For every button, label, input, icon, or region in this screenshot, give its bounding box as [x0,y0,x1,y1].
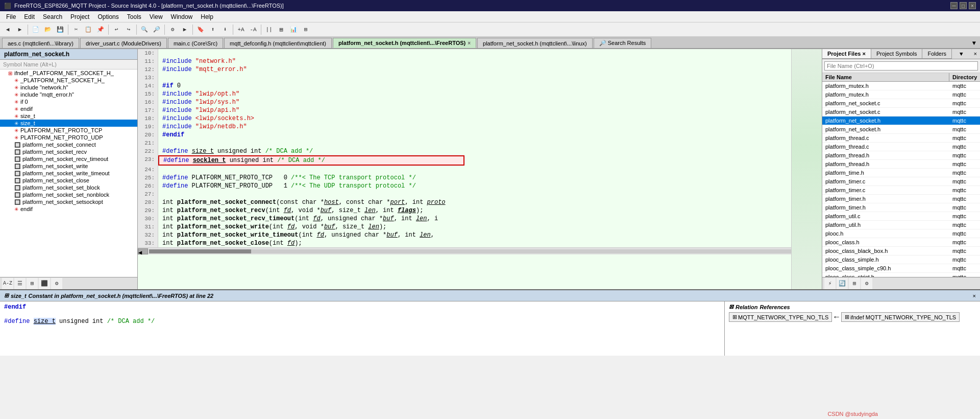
file-row-net-socket-h2[interactable]: platform_net_socket.hmqttc [822,125,980,134]
tab-platform-freertos[interactable]: platform_net_socket.h (mqttclient\...\Fr… [333,38,476,48]
tb-prev-bookmark[interactable]: ⬆ [207,24,218,35]
file-row-net-socket-h1[interactable]: platform_net_socket.hmqttc [822,117,980,125]
tb-open[interactable]: 📂 [42,24,54,35]
tree-item-if0[interactable]: ✳ if 0 [0,98,137,105]
tb-extra2[interactable]: ▤ [276,24,287,35]
rp-btn1[interactable]: ⚡ [824,278,836,289]
file-row-timer-h1[interactable]: platform_timer.hmqttc [822,195,980,203]
tree-item-endif[interactable]: ✳ endif [0,105,137,112]
rpanel-tab-folders[interactable]: Folders [922,49,952,58]
file-row-platform-mutex-h1[interactable]: platform_mutex.hmqttc [822,82,980,90]
minimize-button[interactable]: ─ [950,2,958,9]
lp-bookmark-btn[interactable]: ⬛ [39,278,50,289]
lp-az-btn[interactable]: A-Z [2,278,13,289]
tree-item-write[interactable]: 🔲 platform_net_socket_write [0,162,137,170]
tree-item-endif2[interactable]: ✳ endif [0,205,137,213]
tree-item-size-t-2[interactable]: ✳ size_t [0,120,137,127]
lp-settings-btn[interactable]: ⚙ [51,278,62,289]
tree-item-setsockopt[interactable]: 🔲 platform_net_socket_setsockopt [0,198,137,205]
h-scroll-left[interactable]: ◀ [138,248,148,254]
file-row-platform-mutex-h2[interactable]: platform_mutex.hmqttc [822,90,980,99]
tree-item-network[interactable]: ✳ include "network.h" [0,84,137,91]
menu-project[interactable]: Project [66,12,93,21]
tree-item-connect[interactable]: 🔲 platform_net_socket_connect [0,141,137,148]
tree-item-set-nonblock[interactable]: 🔲 platform_net_socket_set_nonblock [0,191,137,198]
menu-help[interactable]: Help [197,12,217,21]
tb-run[interactable]: ▶ [179,24,190,35]
file-row-util-h[interactable]: platform_util.hmqttc [822,221,980,229]
tb-copy[interactable]: 📋 [83,24,94,35]
rpanel-tab-project-files[interactable]: Project Files × [822,49,871,58]
h-scroll-thumb[interactable] [149,249,251,253]
file-row-plooc-simple-h[interactable]: plooc_class_simple.hmqttc [822,255,980,264]
tab-main[interactable]: main.c (Core\Src) [168,38,223,48]
file-row-net-socket-c1[interactable]: platform_net_socket.cmqttc [822,99,980,108]
tree-item-write-timeout[interactable]: 🔲 platform_net_socket_write_timeout [0,170,137,177]
file-row-thread-c1[interactable]: platform_thread.cmqttc [822,134,980,143]
rp-btn3[interactable]: ⊞ [849,278,860,289]
tb-cut[interactable]: ✂ [70,24,82,35]
rp-btn2[interactable]: 🔄 [837,278,848,289]
tb-zoom-in[interactable]: +A [235,24,247,35]
lp-tree-btn[interactable]: ⊞ [27,278,38,289]
relation-left-node[interactable]: ⊞ MQTT_NETWORK_TYPE_NO_TLS [729,312,832,322]
file-row-thread-c2[interactable]: platform_thread.cmqttc [822,143,980,151]
tb-zoom-out[interactable]: -A [248,24,259,35]
maximize-button[interactable]: □ [960,2,967,9]
menu-edit[interactable]: Edit [20,12,39,21]
file-row-plooc-h[interactable]: plooc.hmqttc [822,229,980,238]
file-search-input[interactable] [824,61,978,71]
tree-item-mqtt-error[interactable]: ✳ include "mqtt_error.h" [0,91,137,98]
file-row-timer-c2[interactable]: platform_timer.cmqttc [822,186,980,195]
tb-redo[interactable]: ↪ [123,24,134,35]
tab-platform-linux[interactable]: platform_net_socket.h (mqttclient\...\li… [477,38,593,48]
tb-extra3[interactable]: 📊 [288,24,299,35]
file-row-plooc-simple-c90[interactable]: plooc_class_simple_c90.hmqttc [822,264,980,273]
rp-settings-btn[interactable]: ⚙ [861,278,872,289]
file-row-time-h[interactable]: platform_time.hmqttc [822,169,980,177]
file-row-timer-c1[interactable]: platform_timer.cmqttc [822,177,980,186]
code-editor[interactable]: 10: 11: #include "network.h" 12: #includ… [138,49,822,289]
file-row-net-socket-c2[interactable]: platform_net_socket.cmqttc [822,108,980,117]
lp-list-btn[interactable]: ☰ [14,278,26,289]
tree-item-recv-timeout[interactable]: 🔲 platform_net_socket_recv_timeout [0,155,137,162]
bottom-close-btn[interactable]: × [973,293,976,299]
tree-item-recv[interactable]: 🔲 platform_net_socket_recv [0,148,137,155]
rpanel-close-icon[interactable]: × [862,51,865,57]
file-row-plooc-class-h[interactable]: plooc_class.hmqttc [822,238,980,247]
tree-item-size-t-1[interactable]: ✳ size_t [0,112,137,120]
file-row-thread-h1[interactable]: platform_thread.hmqttc [822,151,980,160]
tree-item-proto-udp[interactable]: ✳ PLATFORM_NET_PROTO_UDP [0,134,137,141]
tb-undo[interactable]: ↩ [111,24,122,35]
tree-item-set-block[interactable]: 🔲 platform_net_socket_set_block [0,184,137,191]
tb-new[interactable]: 📄 [30,24,41,35]
tb-build[interactable]: ⚙ [167,24,178,35]
tree-item-platform-def[interactable]: ✳ _PLATFORM_NET_SOCKET_H_ [0,77,137,84]
file-row-plooc-strict[interactable]: plooc_class_strict.hmqttc [822,273,980,277]
tab-aes[interactable]: aes.c (mqttclient\...\library) [2,38,79,48]
file-row-thread-h2[interactable]: platform_thread.hmqttc [822,160,980,169]
tree-item-ifndef[interactable]: ⊞ ifndef _PLATFORM_NET_SOCKET_H_ [0,69,137,77]
tree-item-close[interactable]: 🔲 platform_net_socket_close [0,177,137,184]
tb-extra1[interactable]: || [263,24,275,35]
tab-driver[interactable]: driver_usart.c (ModuleDrivers) [80,38,167,48]
tb-find[interactable]: 🔎 [151,24,162,35]
menu-search[interactable]: Search [39,12,66,21]
tb-bookmark[interactable]: 🔖 [195,24,206,35]
tb-extra4[interactable]: ⊞ [300,24,311,35]
tab-more[interactable]: ▼ [970,39,978,48]
menu-file[interactable]: File [2,12,20,21]
close-button[interactable]: × [969,2,976,9]
tb-forward[interactable]: ▶ [14,24,26,35]
menu-options[interactable]: Options [93,12,122,21]
tab-mqtt[interactable]: mqtt_defconfig.h (mqttclient\mqttclient) [224,38,332,48]
tb-next-bookmark[interactable]: ⬇ [219,24,231,35]
rpanel-tab-project-symbols[interactable]: Project Symbols [871,49,922,58]
h-scroll-track[interactable] [149,249,811,253]
file-row-plooc-black-box[interactable]: plooc_class_black_box.hmqttc [822,247,980,255]
menu-view[interactable]: View [145,12,167,21]
rpanel-more[interactable]: ▼ [957,50,966,58]
tb-paste[interactable]: 📌 [95,24,106,35]
file-row-timer-h2[interactable]: platform_timer.hmqttc [822,203,980,212]
relation-right-node[interactable]: ⊞ ifndef MQTT_NETWORK_TYPE_NO_TLS [841,312,960,322]
